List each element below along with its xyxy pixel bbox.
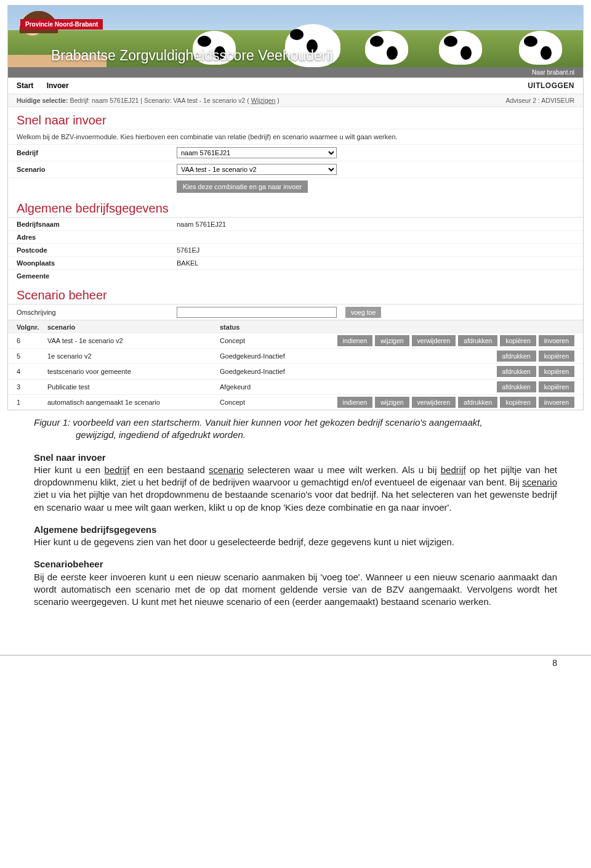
bedrijf-row: Bedrijfsnaamnaam 5761EJ21	[8, 217, 583, 230]
bedrijf-row: WoonplaatsBAKEL	[8, 256, 583, 269]
main-nav: Start Invoer UITLOGGEN	[8, 78, 583, 94]
cell-volgnr: 5	[17, 352, 47, 360]
scenario-row: 3Publicatie testAfgekeurdafdrukkenkopiër…	[8, 379, 583, 394]
field-label: Woonplaats	[17, 259, 177, 267]
cell-scenario: automatisch aangemaakt 1e scenario	[47, 399, 220, 406]
cell-scenario: Publicatie test	[47, 383, 220, 391]
banner-title: Brabantse Zorgvuldigheidsscore Veehouder…	[51, 47, 583, 64]
cell-scenario: 1e scenario v2	[47, 352, 220, 360]
cell-status: Concept	[220, 399, 312, 406]
selection-bar: Huidige selectie: Bedrijf: naam 5761EJ21…	[8, 94, 583, 107]
scenario-heading: Scenario beheer	[8, 282, 583, 304]
snel-heading: Snel naar invoer	[8, 107, 583, 129]
header-banner: Provincie Noord-Brabant Brabantse Zorgvu…	[8, 6, 583, 67]
bedrijf-label: Bedrijf	[17, 149, 177, 156]
scenario-row: 6VAA test - 1e scenario v2Conceptindiene…	[8, 333, 583, 348]
cell-volgnr: 6	[17, 337, 47, 344]
voegtoe-button[interactable]: voeg toe	[345, 307, 381, 318]
col-volgnr: Volgnr.	[17, 323, 47, 331]
bedrijf-row: Gemeente	[8, 269, 583, 282]
selection-label: Huidige selectie:	[17, 97, 68, 104]
action-kopiëren[interactable]: kopiëren	[500, 335, 536, 346]
field-value: BAKEL	[177, 259, 198, 267]
scenario-select[interactable]: VAA test - 1e scenario v2	[177, 164, 337, 175]
selection-user: Adviseur 2 : ADVISEUR	[506, 97, 574, 104]
action-indienen[interactable]: indienen	[337, 397, 373, 408]
field-label: Gemeente	[17, 272, 177, 280]
action-wijzigen[interactable]: wijzigen	[375, 397, 409, 408]
omschrijving-input[interactable]	[177, 307, 337, 318]
action-wijzigen[interactable]: wijzigen	[375, 335, 409, 346]
selection-wijzigen-link[interactable]: Wijzigen	[251, 97, 276, 104]
cell-status: Afgekeurd	[220, 383, 312, 391]
action-kopiëren[interactable]: kopiëren	[500, 397, 536, 408]
bedrijf-select[interactable]: naam 5761EJ21	[177, 147, 337, 158]
field-label: Postcode	[17, 246, 177, 254]
figure-caption: Figuur 1: voorbeeld van een startscherm.…	[34, 416, 557, 442]
action-verwijderen[interactable]: verwijderen	[412, 397, 456, 408]
action-afdrukken[interactable]: afdrukken	[497, 366, 536, 377]
col-status: status	[220, 323, 312, 331]
page-number: 8	[0, 655, 591, 675]
action-kopiëren[interactable]: kopiëren	[539, 381, 574, 392]
scenario-row: 1automatisch aangemaakt 1e scenarioConce…	[8, 394, 583, 410]
scenario-table-header: Volgnr. scenario status	[8, 320, 583, 333]
nav-start[interactable]: Start	[17, 81, 33, 90]
field-label: Bedrijfsnaam	[17, 221, 177, 228]
field-value: 5761EJ	[177, 246, 199, 254]
field-label: Adres	[17, 233, 177, 241]
brabant-link[interactable]: Naar brabant.nl	[532, 69, 574, 76]
action-invoeren[interactable]: invoeren	[539, 397, 574, 408]
cell-status: Concept	[220, 337, 312, 344]
cell-scenario: VAA test - 1e scenario v2	[47, 337, 220, 344]
province-tag: Provincie Noord-Brabant	[20, 19, 103, 30]
scenario-row: 51e scenario v2Goedgekeurd-Inactiefafdru…	[8, 348, 583, 363]
action-afdrukken[interactable]: afdrukken	[497, 381, 536, 392]
action-afdrukken[interactable]: afdrukken	[458, 397, 497, 408]
cell-volgnr: 3	[17, 383, 47, 391]
nav-invoer[interactable]: Invoer	[47, 81, 69, 90]
app-screenshot: Provincie Noord-Brabant Brabantse Zorgvu…	[7, 5, 584, 410]
action-afdrukken[interactable]: afdrukken	[497, 351, 536, 362]
field-value: naam 5761EJ21	[177, 221, 226, 228]
action-kopiëren[interactable]: kopiëren	[539, 366, 574, 377]
cell-scenario: testscenario voor gemeente	[47, 368, 220, 375]
omschrijving-label: Omschrijving	[17, 309, 177, 316]
doc-h3: Scenariobeheer	[34, 559, 103, 569]
cell-volgnr: 4	[17, 368, 47, 375]
doc-h2: Algemene bedrijfsgegevens	[34, 524, 156, 535]
cell-status: Goedgekeurd-Inactief	[220, 368, 312, 375]
bedrijf-row: Adres	[8, 230, 583, 243]
doc-h1: Snel naar invoer	[34, 452, 106, 463]
action-kopiëren[interactable]: kopiëren	[539, 351, 574, 362]
document-body: Figuur 1: voorbeeld van een startscherm.…	[0, 410, 591, 636]
selection-value: Bedrijf: naam 5761EJ21 | Scenario: VAA t…	[70, 97, 249, 104]
cell-volgnr: 1	[17, 399, 47, 406]
scenario-row: 4testscenario voor gemeenteGoedgekeurd-I…	[8, 363, 583, 379]
top-link-bar: Naar brabant.nl	[8, 67, 583, 78]
cell-status: Goedgekeurd-Inactief	[220, 352, 312, 360]
bedrijf-row: Postcode5761EJ	[8, 243, 583, 256]
action-verwijderen[interactable]: verwijderen	[412, 335, 456, 346]
action-indienen[interactable]: indienen	[337, 335, 373, 346]
action-afdrukken[interactable]: afdrukken	[458, 335, 497, 346]
go-invoer-button[interactable]: Kies deze combinatie en ga naar invoer	[177, 180, 308, 193]
action-invoeren[interactable]: invoeren	[539, 335, 574, 346]
nav-logout[interactable]: UITLOGGEN	[528, 81, 574, 90]
col-scenario: scenario	[47, 323, 220, 331]
scenario-label: Scenario	[17, 166, 177, 173]
snel-intro: Welkom bij de BZV-invoermodule. Kies hie…	[8, 129, 583, 144]
bedrijf-heading: Algemene bedrijfsgegevens	[8, 195, 583, 217]
